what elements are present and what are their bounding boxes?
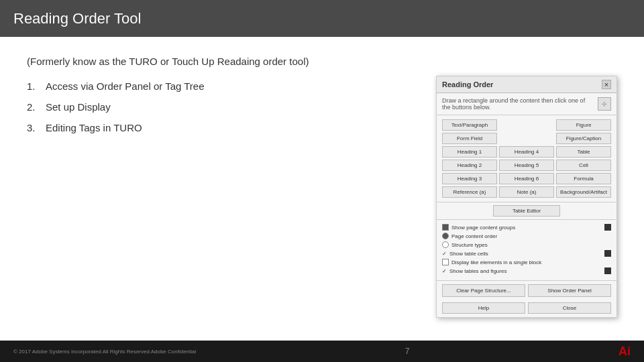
panel-instruction: Draw a rectangle around the content then…	[437, 93, 616, 115]
reading-order-panel: Reading Order × Draw a rectangle around …	[436, 76, 617, 318]
btn-background[interactable]: Background/Artifact	[556, 186, 611, 198]
table-editor-button[interactable]: Table Editor	[493, 205, 560, 217]
panel-title: Reading Order	[442, 80, 493, 88]
btn-heading1[interactable]: Heading 1	[442, 146, 497, 158]
square-indicator-3	[604, 267, 611, 274]
square-indicator-1	[604, 224, 611, 231]
list-number-3: 3.	[27, 122, 46, 133]
btn-heading5[interactable]: Heading 5	[499, 160, 554, 171]
btn-heading3[interactable]: Heading 3	[442, 173, 497, 184]
btn-empty-1	[499, 119, 554, 131]
option-text-structure: Structure types	[451, 242, 488, 248]
btn-figure-caption[interactable]: Figure/Caption	[556, 133, 611, 144]
panel-header: Reading Order ×	[437, 76, 616, 93]
panel-close-button[interactable]: ×	[602, 80, 611, 89]
btn-reference[interactable]: Reference (a)	[442, 186, 497, 198]
square-indicator-2	[604, 250, 611, 257]
btn-table[interactable]: Table	[556, 146, 611, 158]
option-text-show-page: Show page content groups	[451, 225, 515, 231]
option-show-tables-figures: ✓ Show tables and figures	[442, 267, 611, 274]
option-display-like-elements: Display like elements in a single block	[442, 259, 611, 265]
checkmark-tables-figures: ✓	[442, 268, 447, 274]
close-button[interactable]: Close	[528, 302, 611, 314]
help-button[interactable]: Help	[442, 302, 525, 314]
btn-formula[interactable]: Formula	[556, 173, 611, 184]
header: Reading Order Tool	[0, 0, 644, 37]
option-structure-types: Structure types	[442, 241, 611, 248]
btn-heading2[interactable]: Heading 2	[442, 160, 497, 171]
page-title: Reading Order Tool	[13, 10, 141, 27]
cursor-icon: ⊹	[598, 97, 611, 111]
subtitle: (Formerly know as the TURO or Touch Up R…	[27, 56, 617, 67]
clear-page-structure-button[interactable]: Clear Page Structure...	[442, 284, 525, 297]
checkbox-show-page[interactable]	[442, 224, 449, 231]
btn-heading6[interactable]: Heading 6	[499, 173, 554, 184]
panel-instruction-text: Draw a rectangle around the content then…	[442, 97, 594, 111]
option-page-content-order: Page content order	[442, 233, 611, 239]
footer-copyright: © 2017 Adobe Systems Incorporated All Ri…	[13, 349, 196, 355]
checkmark-table-cells: ✓	[442, 251, 447, 257]
panel-table-editor-section: Table Editor	[437, 202, 616, 220]
btn-text-paragraph[interactable]: Text/Paragraph	[442, 119, 497, 131]
panel-options: Show page content groups Page content or…	[437, 220, 616, 281]
btn-form-field[interactable]: Form Field	[442, 133, 497, 144]
option-text-display-like: Display like elements in a single block	[451, 259, 541, 265]
btn-cell[interactable]: Cell	[556, 160, 611, 171]
option-text-page-content: Page content order	[451, 233, 497, 239]
option-text-tables-figures: Show tables and figures	[449, 268, 506, 274]
option-show-page-content: Show page content groups	[442, 224, 611, 231]
btn-note[interactable]: Note (a)	[499, 186, 554, 198]
option-show-table-cells: ✓ Show table cells	[442, 250, 611, 257]
panel-buttons-grid: Text/Paragraph Figure Form Field Figure/…	[437, 115, 616, 202]
footer: © 2017 Adobe Systems Incorporated All Ri…	[0, 341, 644, 362]
list-text-1: Access via Order Panel or Tag Tree	[46, 80, 205, 92]
adobe-logo: Ai	[619, 345, 631, 359]
panel-footer-buttons: Clear Page Structure... Show Order Panel	[437, 281, 616, 300]
btn-empty-2	[499, 133, 554, 144]
list-number-2: 2.	[27, 101, 46, 113]
footer-page-number: 7	[405, 347, 410, 356]
option-text-table-cells: Show table cells	[449, 251, 488, 257]
main-content: (Formerly know as the TURO or Touch Up R…	[0, 37, 644, 156]
list-number-1: 1.	[27, 80, 46, 92]
radio-structure-types[interactable]	[442, 241, 449, 248]
btn-figure[interactable]: Figure	[556, 119, 611, 131]
panel-help-row: Help Close	[437, 300, 616, 317]
show-order-panel-button[interactable]: Show Order Panel	[528, 284, 611, 297]
radio-page-content[interactable]	[442, 233, 449, 239]
btn-heading4[interactable]: Heading 4	[499, 146, 554, 158]
list-text-2: Set up Display	[46, 101, 111, 113]
checkbox-display-like[interactable]	[442, 259, 449, 265]
list-text-3: Editing Tags in TURO	[46, 122, 142, 133]
